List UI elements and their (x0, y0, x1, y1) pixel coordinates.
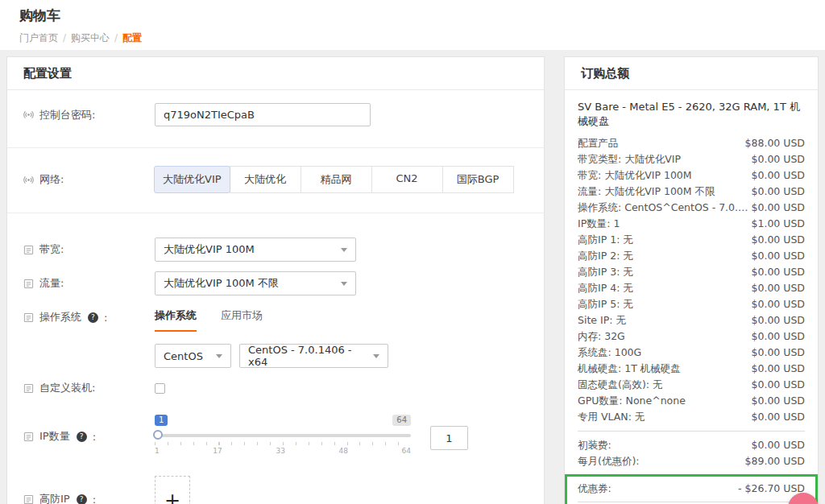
network-option-button[interactable]: CN2 (371, 166, 443, 193)
summary-item-price: $0.00 USD (752, 328, 805, 345)
ddos-ip-label-colon: : (93, 494, 96, 504)
summary-item-label: 内存: 32G (578, 328, 625, 345)
network-options: 大陆优化VIP 大陆优化 精品网 CN2 国际BGP (155, 166, 514, 193)
summary-item-price: $0.00 USD (752, 377, 805, 393)
network-option-button[interactable]: 大陆优化VIP (154, 166, 230, 193)
summary-item-price: $0.00 USD (752, 200, 805, 216)
help-icon[interactable]: ? (88, 312, 98, 323)
os-controls: 操作系统 应用市场 CentOS CentOS - 7.0.1406 - x64 (155, 308, 388, 368)
slider-handle[interactable] (153, 430, 163, 440)
summary-item-row: Site IP: 无 $0.00 USD (578, 312, 805, 328)
ddos-ip-row: 高防IP?: + (7, 455, 544, 504)
traffic-label-wrap: 流量: (23, 276, 155, 291)
os-tab[interactable]: 应用市场 (221, 308, 263, 332)
slider-track[interactable] (155, 434, 411, 437)
summary-item-label: 高防IP 1: 无 (578, 232, 633, 248)
config-panel: 配置设置 控制台密码: 网络: 大陆优化VIP (6, 56, 545, 504)
slider-from-badge: 1 (155, 415, 168, 426)
summary-item-row: 高防IP 5: 无 $0.00 USD (578, 296, 805, 312)
page-title: 购物车 (19, 6, 806, 25)
form-icon (23, 279, 34, 289)
summary-item-label: 带宽: 大陆优化VIP 100M (578, 167, 692, 184)
discount-highlight-box: 优惠券: - $26.70 USD $62.30/每月 原价($89.00) 立… (565, 474, 818, 504)
summary-item-label: GPU数量: None^none (578, 393, 686, 409)
form-icon (23, 383, 34, 394)
bandwidth-select-value: 大陆优化VIP 100M (164, 242, 255, 257)
help-icon[interactable]: ? (77, 432, 87, 442)
summary-item-row: 高防IP 3: 无 $0.00 USD (578, 264, 805, 280)
breadcrumb-item[interactable]: 配置 (122, 31, 142, 45)
custom-install-label-wrap: 自定义装机: (23, 381, 155, 395)
summary-fee-price: $89.00 USD (745, 453, 805, 469)
console-password-label-wrap: 控制台密码: (23, 108, 155, 122)
traffic-select[interactable]: 大陆优化VIP 100M 不限 (155, 271, 356, 295)
summary-item-row: 机械硬盘: 1T 机械硬盘 $0.00 USD (578, 361, 805, 377)
slider-tick-label: 1 (155, 447, 160, 455)
os-family-select[interactable]: CentOS (155, 344, 231, 368)
summary-item-row: 流量: 大陆优化VIP 100M 不限 $0.00 USD (578, 184, 805, 200)
console-password-input[interactable] (155, 103, 371, 126)
summary-item-price: $0.00 USD (752, 312, 805, 328)
slider-tick-labels: 1 17 33 48 64 (155, 447, 411, 455)
network-label-wrap: 网络: (23, 172, 155, 187)
ip-count-label: IP数量 (39, 429, 70, 444)
dropdown-caret-icon (341, 248, 347, 252)
help-icon[interactable]: ? (77, 494, 87, 504)
os-selects: CentOS CentOS - 7.0.1406 - x64 (155, 344, 388, 368)
os-version-value: CentOS - 7.0.1406 - x64 (248, 344, 367, 368)
summary-item-price: $0.00 USD (752, 151, 805, 167)
custom-install-checkbox[interactable] (155, 383, 165, 394)
slider-tick-label: 33 (276, 447, 284, 455)
form-icon (23, 245, 34, 255)
summary-item-label: 带宽类型: 大陆优化VIP (578, 151, 681, 167)
slider-ticks (155, 442, 411, 445)
summary-item-label: IP数量: 1 (578, 216, 620, 232)
summary-item-price: $0.00 USD (752, 345, 805, 361)
ddos-ip-label-wrap: 高防IP?: (23, 492, 155, 504)
ip-count-input[interactable] (430, 426, 468, 450)
os-tab[interactable]: 操作系统 (155, 308, 197, 332)
summary-item-price: $0.00 USD (752, 248, 805, 264)
ip-count-slider: 1 64 1 17 33 48 64 (155, 415, 411, 455)
os-family-value: CentOS (164, 350, 203, 362)
summary-item-row: 固态硬盘(高效): 无 $0.00 USD (578, 377, 805, 393)
summary-item-price: $1.00 USD (752, 216, 805, 232)
summary-item-label: 操作系统: CentOS^CentOS - 7.0.1... (578, 200, 751, 216)
summary-item-row: 带宽类型: 大陆优化VIP $0.00 USD (578, 151, 805, 167)
summary-item-label: Site IP: 无 (578, 312, 626, 328)
summary-fee-price: $0.00 USD (752, 437, 805, 453)
os-tabs: 操作系统 应用市场 (155, 308, 388, 333)
bandwidth-label-wrap: 带宽: (23, 242, 155, 257)
network-option-button[interactable]: 国际BGP (442, 166, 514, 193)
traffic-row: 流量: 大陆优化VIP 100M 不限 (7, 262, 544, 295)
summary-item-row: 内存: 32G $0.00 USD (578, 328, 805, 345)
slider-to-badge: 64 (392, 415, 411, 426)
summary-item-row: 操作系统: CentOS^CentOS - 7.0.1... $0.00 USD (578, 200, 805, 216)
add-ddos-ip-button[interactable]: + (155, 476, 190, 504)
summary-item-row: 专用 VLAN: 无 $0.00 USD (578, 409, 805, 425)
summary-fee-label: 初装费: (578, 437, 611, 453)
content-area: 配置设置 控制台密码: 网络: 大陆优化VIP (0, 50, 825, 504)
config-panel-title: 配置设置 (7, 57, 544, 90)
summary-fees: 初装费: $0.00 USD 每月(优惠价): $89.00 USD (578, 431, 805, 469)
summary-item-label: 系统盘: 100G (578, 345, 641, 361)
network-option-button[interactable]: 精品网 (301, 166, 372, 193)
slider-tick-label: 17 (213, 447, 222, 455)
os-version-select[interactable]: CentOS - 7.0.1406 - x64 (239, 344, 388, 368)
summary-item-label: 流量: 大陆优化VIP 100M 不限 (578, 184, 715, 200)
network-option-button[interactable]: 大陆优化 (230, 166, 301, 193)
network-label: 网络: (39, 172, 64, 187)
summary-item-price: $0.00 USD (752, 393, 805, 409)
summary-item-label: 机械硬盘: 1T 机械硬盘 (578, 361, 681, 377)
bandwidth-select[interactable]: 大陆优化VIP 100M (155, 238, 356, 262)
breadcrumb-item[interactable]: 门户首页 (19, 31, 66, 45)
summary-item-label: 高防IP 2: 无 (578, 248, 633, 264)
summary-item-price: $0.00 USD (752, 167, 805, 184)
broadcast-icon (23, 175, 34, 185)
coupon-label: 优惠券: (578, 482, 611, 496)
breadcrumb: 门户首页 购买中心 配置 (19, 31, 806, 45)
os-label-wrap: 操作系统?: (23, 310, 155, 324)
os-label: 操作系统 (39, 310, 81, 324)
summary-item-price: $0.00 USD (752, 280, 805, 296)
breadcrumb-item[interactable]: 购买中心 (71, 31, 118, 45)
